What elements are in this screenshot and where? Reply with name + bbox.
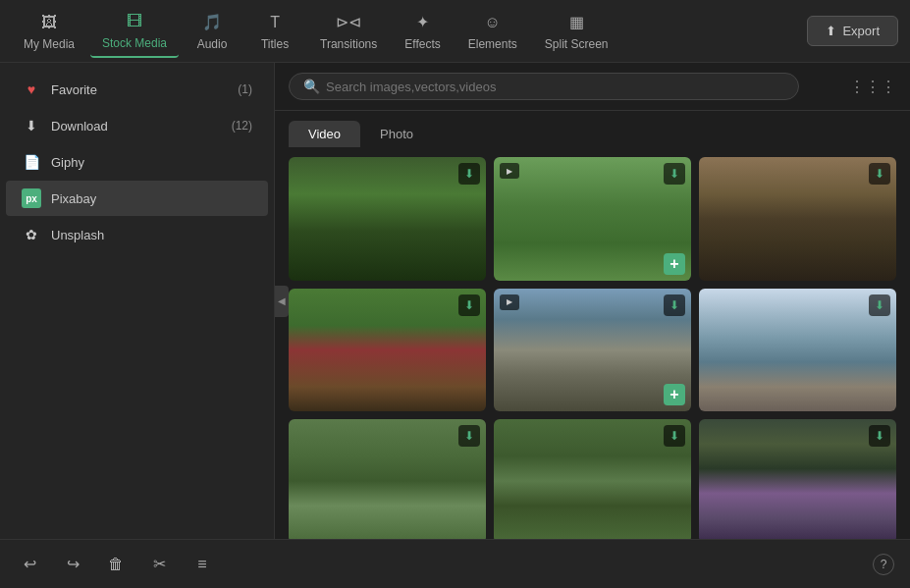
media-item-6[interactable]: ⬇ xyxy=(699,289,896,412)
effects-nav-icon: ✦ xyxy=(412,12,434,33)
download-badge-6[interactable]: ⬇ xyxy=(869,294,890,316)
pixabay-sidebar-label: Pixabay xyxy=(51,191,252,206)
download-badge-5[interactable]: ⬇ xyxy=(664,294,685,316)
unsplash-sidebar-icon: ✿ xyxy=(22,225,41,244)
transitions-nav-label: Transitions xyxy=(320,37,377,51)
download-badge-7[interactable]: ⬇ xyxy=(458,425,480,447)
favorite-count: (1) xyxy=(238,82,252,96)
media-item-2[interactable]: ▶⬇+ xyxy=(494,157,691,281)
audio-nav-label: Audio xyxy=(197,37,228,51)
nav-item-transitions[interactable]: ⊳⊲ Transitions xyxy=(308,6,389,57)
download-badge-9[interactable]: ⬇ xyxy=(869,425,890,447)
media-grid-container[interactable]: ⬇▶⬇+⬇⬇▶⬇+⬇⬇⬇⬇⬇⬇⬇ xyxy=(275,147,910,539)
content-header: 🔍 ⋮⋮⋮ xyxy=(275,63,910,111)
favorite-sidebar-icon: ♥ xyxy=(22,80,41,99)
content-area: ◀ 🔍 ⋮⋮⋮ VideoPhoto ⬇▶⬇+⬇⬇▶⬇+⬇⬇⬇⬇⬇⬇⬇ xyxy=(275,63,910,539)
bottom-toolbar: ↩↪🗑✂≡? xyxy=(0,539,910,588)
giphy-sidebar-label: Giphy xyxy=(51,155,252,170)
media-item-3[interactable]: ⬇ xyxy=(699,157,896,281)
toolbar-list-button[interactable]: ≡ xyxy=(188,551,216,578)
download-badge-1[interactable]: ⬇ xyxy=(458,163,480,185)
sidebar: ♥ Favorite (1) ⬇ Download (12) 📄 Giphy p… xyxy=(0,63,275,539)
download-badge-2[interactable]: ⬇ xyxy=(664,163,685,185)
stock-media-nav-icon: 🎞 xyxy=(124,11,145,32)
tab-video[interactable]: Video xyxy=(289,121,360,147)
elements-nav-icon: ☺ xyxy=(482,12,504,33)
my-media-nav-label: My Media xyxy=(24,37,75,51)
unsplash-sidebar-label: Unsplash xyxy=(51,228,252,242)
video-badge-5: ▶ xyxy=(500,294,519,310)
download-badge-8[interactable]: ⬇ xyxy=(664,425,685,447)
download-count: (12) xyxy=(232,119,252,133)
export-icon: ⬆ xyxy=(826,24,836,38)
top-navigation: 🖼 My Media 🎞 Stock Media 🎵 Audio T Title… xyxy=(0,0,910,63)
media-grid: ⬇▶⬇+⬇⬇▶⬇+⬇⬇⬇⬇⬇⬇⬇ xyxy=(289,157,896,539)
nav-item-audio[interactable]: 🎵 Audio xyxy=(183,6,241,57)
sidebar-item-unsplash[interactable]: ✿ Unsplash xyxy=(6,217,268,252)
elements-nav-label: Elements xyxy=(468,37,517,51)
collapse-sidebar-button[interactable]: ◀ xyxy=(275,286,289,317)
add-badge-5[interactable]: + xyxy=(664,384,685,405)
nav-item-split-screen[interactable]: ▦ Split Screen xyxy=(533,6,620,57)
search-input[interactable] xyxy=(326,80,784,94)
nav-item-elements[interactable]: ☺ Elements xyxy=(456,6,529,57)
nav-items: 🖼 My Media 🎞 Stock Media 🎵 Audio T Title… xyxy=(12,5,807,58)
toolbar-undo-button[interactable]: ↩ xyxy=(16,551,43,578)
media-item-1[interactable]: ⬇ xyxy=(289,157,486,281)
search-icon: 🔍 xyxy=(303,79,320,94)
nav-item-titles[interactable]: T Titles xyxy=(245,6,304,57)
add-badge-2[interactable]: + xyxy=(664,253,685,275)
download-sidebar-icon: ⬇ xyxy=(22,116,41,135)
media-type-tabs: VideoPhoto xyxy=(275,111,910,147)
video-badge-2: ▶ xyxy=(500,163,519,179)
effects-nav-label: Effects xyxy=(404,37,440,51)
toolbar-delete-button[interactable]: 🗑 xyxy=(102,551,130,578)
pixabay-sidebar-icon: px xyxy=(22,188,41,208)
titles-nav-label: Titles xyxy=(261,37,289,51)
sidebar-item-pixabay[interactable]: px Pixabay xyxy=(6,181,268,216)
my-media-nav-icon: 🖼 xyxy=(38,12,60,33)
search-bar: 🔍 xyxy=(289,73,799,100)
toolbar-cut-button[interactable]: ✂ xyxy=(145,551,173,578)
download-badge-3[interactable]: ⬇ xyxy=(869,163,890,185)
main-layout: ♥ Favorite (1) ⬇ Download (12) 📄 Giphy p… xyxy=(0,63,910,539)
sidebar-item-favorite[interactable]: ♥ Favorite (1) xyxy=(6,72,268,107)
download-sidebar-label: Download xyxy=(51,119,222,134)
media-item-7[interactable]: ⬇ xyxy=(289,419,486,539)
media-item-4[interactable]: ⬇ xyxy=(289,289,486,412)
export-label: Export xyxy=(842,24,880,38)
media-item-8[interactable]: ⬇ xyxy=(494,419,691,539)
nav-item-my-media[interactable]: 🖼 My Media xyxy=(12,6,86,57)
transitions-nav-icon: ⊳⊲ xyxy=(338,12,359,33)
giphy-sidebar-icon: 📄 xyxy=(22,152,41,172)
titles-nav-icon: T xyxy=(264,12,286,33)
tab-photo[interactable]: Photo xyxy=(360,121,433,147)
help-button[interactable]: ? xyxy=(873,554,894,575)
favorite-sidebar-label: Favorite xyxy=(51,82,228,97)
download-badge-4[interactable]: ⬇ xyxy=(458,294,480,316)
sidebar-item-giphy[interactable]: 📄 Giphy xyxy=(6,144,268,180)
toolbar-redo-button[interactable]: ↪ xyxy=(59,551,86,578)
grid-view-icon[interactable]: ⋮⋮⋮ xyxy=(849,78,896,96)
nav-item-stock-media[interactable]: 🎞 Stock Media xyxy=(90,5,179,58)
stock-media-nav-label: Stock Media xyxy=(102,36,167,50)
nav-item-effects[interactable]: ✦ Effects xyxy=(393,6,452,57)
sidebar-item-download[interactable]: ⬇ Download (12) xyxy=(6,108,268,143)
media-item-5[interactable]: ▶⬇+ xyxy=(494,289,691,412)
audio-nav-icon: 🎵 xyxy=(201,12,223,33)
export-button[interactable]: ⬆ Export xyxy=(807,16,898,46)
split-screen-nav-icon: ▦ xyxy=(565,12,587,33)
media-item-9[interactable]: ⬇ xyxy=(699,419,896,539)
split-screen-nav-label: Split Screen xyxy=(545,37,609,51)
